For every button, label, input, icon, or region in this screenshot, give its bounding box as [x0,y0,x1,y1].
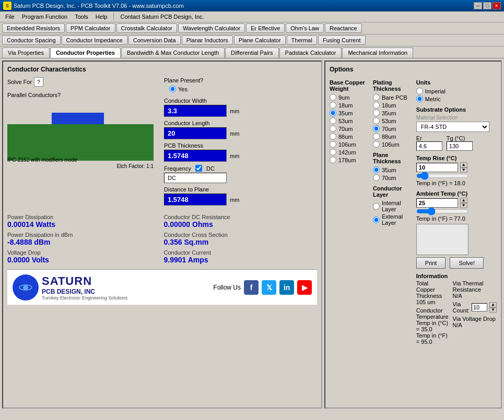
metric-radio[interactable] [416,95,423,102]
via-count-input[interactable] [472,303,487,311]
ambient-temp-input[interactable] [416,198,458,208]
menu-help[interactable]: Help [92,13,111,21]
conductor-width-unit: mm [230,108,239,114]
tab-padstack-calculator[interactable]: Padstack Calculator [279,47,342,58]
btn-plane-calculator[interactable]: Plane Calculator [234,35,286,45]
via-count-down-button[interactable]: ▼ [489,307,497,313]
logo-tag: Turnkey Electronic Engineering Solutions [42,295,127,301]
substrate-title: Substrate Options [416,106,497,113]
substrate-dropdown[interactable]: FR-4 STD FR-4 High Tg Rogers 4003 Rogers… [416,122,489,132]
temp-rise-label: Temp Rise (°C) [416,155,497,161]
plating-35um-radio[interactable] [373,110,380,116]
ambient-temp-up-button[interactable]: ▲ [460,198,467,203]
frequency-dc-checkbox[interactable] [195,165,202,172]
logo-bar: SATURN PCB DESIGN, INC Turnkey Electroni… [7,269,317,305]
menu-file[interactable]: File [2,13,18,21]
copper-178um-radio[interactable] [330,157,336,163]
plating-70um-radio[interactable] [373,125,380,132]
copper-layer [52,113,104,124]
conductor-layer-title: Conductor Layer [373,185,412,198]
copper-18um-radio[interactable] [330,102,336,109]
btn-thermal[interactable]: Thermal [287,35,317,45]
internal-layer-radio[interactable] [373,203,380,210]
tab-conductor-properties[interactable]: Conductor Properties [50,47,121,58]
btn-ohms-law[interactable]: Ohm's Law [286,23,324,33]
plating-70um-label: 70um [382,126,396,132]
copper-35um-radio[interactable] [330,110,336,116]
pcb-thickness-label: PCB Thickness [164,142,317,149]
btn-conductor-spacing[interactable]: Conductor Spacing [2,35,61,45]
conductor-width-input[interactable] [164,105,227,117]
etch-factor-label: Etch Factor: 1:1 [116,163,154,169]
tab-differential-pairs[interactable]: Differential Pairs [225,47,279,58]
close-button[interactable]: ✕ [493,2,501,9]
tab-via-properties[interactable]: Via Properties [2,47,50,58]
btn-crosstalk-calculator[interactable]: Crosstalk Calculator [116,23,177,33]
power-dissipation-dbm-label: Power Dissipation in dBm [7,232,161,238]
copper-9um-radio[interactable] [330,94,336,101]
temp-rise-slider[interactable] [416,174,468,178]
print-button[interactable]: Print [416,257,446,269]
plating-53um-label: 53um [382,118,396,124]
copper-70um-radio[interactable] [330,125,336,132]
imperial-radio[interactable] [416,88,423,94]
plating-18um-label: 18um [382,102,396,109]
facebook-icon[interactable]: f [244,280,259,295]
frequency-input[interactable] [164,173,227,183]
plating-53um-radio[interactable] [373,117,380,124]
menu-program-function[interactable]: Program Function [19,13,71,21]
minimize-button[interactable]: ─ [474,2,482,9]
tab-bandwidth[interactable]: Bandwidth & Max Conductor Length [121,47,225,58]
copper-88um-radio[interactable] [330,133,336,140]
copper-106um-radio[interactable] [330,141,336,148]
yes-label: Yes [178,86,187,92]
youtube-icon[interactable]: ▶ [297,280,312,295]
btn-conductor-impedance[interactable]: Conductor Impedance [62,35,127,45]
ambient-temp-slider[interactable] [416,209,468,213]
plane-70um-radio[interactable] [373,174,380,181]
btn-conversion-data[interactable]: Conversion Data [128,35,181,45]
conductor-layer-section: Conductor Layer Internal Layer External … [373,185,412,226]
conductor-length-label: Conductor Length [164,120,317,126]
plane-35um-radio[interactable] [373,166,380,173]
external-layer-radio[interactable] [373,217,380,223]
btn-ppm-calculator[interactable]: PPM Calculator [66,23,115,33]
btn-wavelength-calculator[interactable]: Wavelength Calculator [178,23,245,33]
plane-present-yes-radio[interactable] [169,86,176,92]
btn-er-effective[interactable]: Er Effective [246,23,285,33]
er-input[interactable] [416,141,442,151]
menu-contact[interactable]: Contact Saturn PCB Design, Inc. [117,13,207,21]
copper-35um-label: 35um [338,110,353,116]
menu-tools[interactable]: Tools [72,13,91,21]
via-count-up-button[interactable]: ▲ [489,302,497,307]
linkedin-icon[interactable]: in [279,280,294,295]
copper-142um-radio[interactable] [330,149,336,155]
solve-for-help-button[interactable]: ? [34,77,43,87]
conductor-length-input[interactable] [164,127,227,139]
pcb-thickness-input[interactable] [164,150,227,162]
maximize-button[interactable]: □ [483,2,491,9]
btn-embedded-resistors[interactable]: Embedded Resistors [2,23,65,33]
temp-rise-section: Temp Rise (°C) ▲ ▼ Temp in (°F) = 18.0 [416,155,497,186]
plating-106um-radio[interactable] [373,141,380,148]
distance-to-plane-input[interactable] [164,194,227,206]
btn-reactance[interactable]: Reactance [325,23,362,33]
internal-layer-label: Internal Layer [382,200,412,212]
plating-18um-radio[interactable] [373,102,380,109]
conductor-cross-section-item: Conductor Cross Section 0.356 Sq.mm [164,232,318,246]
temp-rise-input[interactable] [416,163,458,172]
plating-thickness-section: Plating Thickness Bare PCB 18um 35um 53u… [373,76,412,345]
btn-planar-inductors[interactable]: Planar Inductors [182,35,233,45]
solve-button[interactable]: Solve! [450,257,484,269]
plating-bare-radio[interactable] [373,94,380,101]
twitter-icon[interactable]: 𝕏 [262,280,276,295]
section-title: Conductor Characteristics [7,66,317,73]
conductor-visualization: IPC-2152 with modifiers mode Etch Factor… [7,109,154,171]
tg-input[interactable] [447,141,473,151]
tab-mechanical-information[interactable]: Mechanical Information [342,47,413,58]
temp-rise-up-button[interactable]: ▲ [460,162,467,167]
copper-53um-radio[interactable] [330,117,336,124]
btn-fusing-current[interactable]: Fusing Current [318,35,366,45]
plating-88um-radio[interactable] [373,133,380,140]
conductor-length-unit: mm [230,130,239,137]
